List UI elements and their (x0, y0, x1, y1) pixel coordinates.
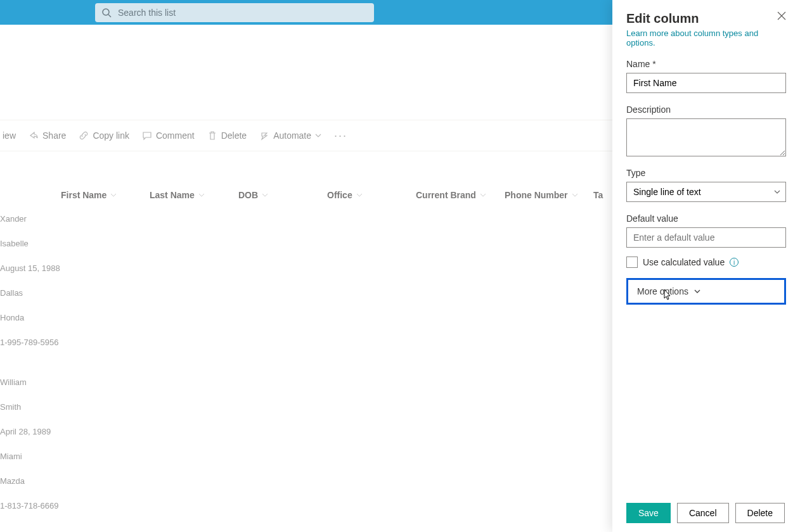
chevron-down-icon (480, 192, 486, 198)
calculated-value-checkbox[interactable] (626, 256, 638, 268)
cancel-button[interactable]: Cancel (677, 503, 729, 523)
copy-link-action[interactable]: Copy link (79, 130, 129, 141)
chevron-down-icon (356, 192, 363, 198)
more-actions[interactable]: ··· (334, 129, 347, 142)
search-icon (101, 8, 112, 18)
svg-point-0 (103, 9, 109, 15)
name-label: Name * (626, 59, 786, 69)
search-box[interactable] (95, 3, 374, 22)
chevron-down-icon (572, 192, 578, 198)
cursor-icon (662, 288, 673, 301)
svg-line-1 (108, 15, 111, 17)
default-value-label: Default value (626, 213, 786, 224)
automate-icon (259, 130, 269, 141)
default-value-input[interactable] (626, 227, 786, 248)
description-input[interactable] (626, 118, 786, 156)
automate-label: Automate (273, 130, 311, 141)
automate-action[interactable]: Automate (259, 130, 321, 141)
copy-link-label: Copy link (93, 130, 129, 141)
search-input[interactable] (118, 8, 368, 18)
dob-header[interactable]: DOB (238, 184, 327, 206)
office-header[interactable]: Office (327, 184, 416, 206)
panel-delete-button[interactable]: Delete (735, 503, 785, 523)
comment-action[interactable]: Comment (142, 130, 195, 141)
edit-column-panel: Edit column Learn more about column type… (612, 0, 800, 532)
first-name-header[interactable]: First Name (61, 184, 150, 206)
chevron-down-icon (110, 192, 117, 198)
close-icon (777, 11, 786, 20)
lead-column-header (0, 184, 61, 206)
link-icon (79, 130, 89, 141)
share-action[interactable]: Share (29, 130, 66, 141)
chevron-down-icon (198, 192, 205, 198)
delete-action[interactable]: Delete (207, 130, 247, 141)
description-label: Description (626, 104, 786, 115)
type-value[interactable] (626, 182, 786, 202)
last-name-header[interactable]: Last Name (150, 184, 238, 206)
save-button[interactable]: Save (626, 503, 671, 523)
view-action[interactable]: iew (3, 130, 16, 141)
name-input[interactable] (626, 73, 786, 93)
chevron-down-icon (315, 132, 321, 139)
info-icon[interactable]: i (730, 258, 739, 267)
delete-label: Delete (221, 130, 247, 141)
comment-label: Comment (156, 130, 195, 141)
more-options-toggle[interactable]: More options (626, 278, 786, 305)
calculated-value-label: Use calculated value (643, 257, 725, 267)
type-label: Type (626, 168, 786, 178)
phone-number-header[interactable]: Phone Number (505, 184, 593, 206)
panel-title: Edit column (626, 11, 699, 26)
current-brand-header[interactable]: Current Brand (416, 184, 505, 206)
close-button[interactable] (777, 11, 786, 22)
share-icon (29, 130, 39, 141)
learn-more-link[interactable]: Learn more about column types and option… (626, 28, 786, 48)
type-select[interactable] (626, 182, 786, 202)
chevron-down-icon (262, 192, 268, 198)
chevron-down-icon (694, 288, 701, 295)
share-label: Share (42, 130, 66, 141)
comment-icon (142, 130, 152, 141)
trash-icon (207, 130, 217, 141)
